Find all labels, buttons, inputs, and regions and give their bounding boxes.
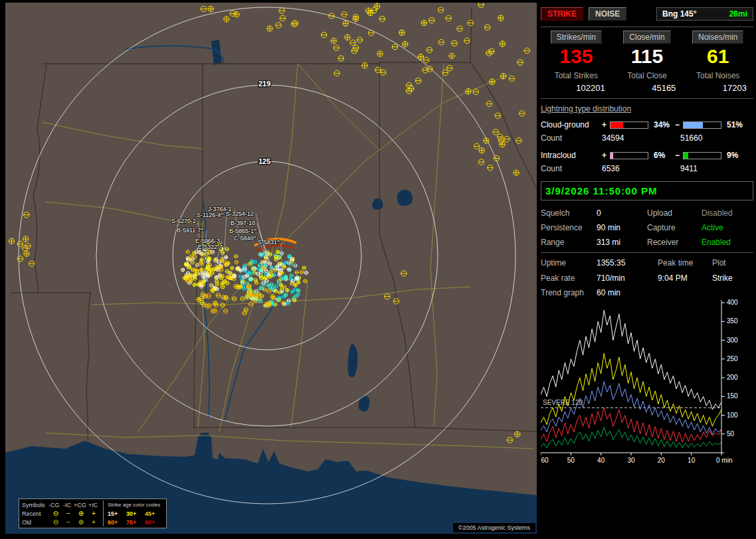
total-noises-label: Total Noises [682,71,753,80]
mode-toolbar: STRIKE NOISE Bng 145° 26mi [541,7,753,21]
svg-text:E-5322-7: E-5322-7 [198,244,223,250]
minus-sign: − [675,120,683,129]
control-panel: STRIKE NOISE Bng 145° 26mi Strikes/min C… [541,7,753,470]
close-per-min-value: 115 [612,44,683,68]
copyright-text: ©2005 Astrogenic Systems [453,523,535,532]
trend-window-value: 60 min [597,288,753,297]
svg-text:B-397-10: B-397-10 [231,220,255,226]
plus-sign: + [602,120,610,129]
ic-positive-percent: 6% [651,151,675,160]
svg-text:219: 219 [258,80,270,88]
close-per-min-header[interactable]: Close/min [623,31,670,44]
range-label: Range [541,238,597,247]
svg-text:0 min: 0 min [716,457,732,464]
old-ic-pos-icon: + [88,518,99,526]
legend-type-ic-neg: -IC [63,502,74,508]
persistence-value: 90 min [597,223,647,232]
age-45: 45+ [145,510,163,517]
state-borders [11,8,537,441]
old-cg-pos-icon: ⊕ [74,518,88,526]
recent-ic-pos-icon: + [88,510,99,517]
upload-label: Upload [647,208,702,218]
persistence-label: Persistence [541,223,597,232]
strikes-per-min-header[interactable]: Strikes/min [551,31,602,44]
cg-positive-count: 34594 [602,133,680,143]
age-90: 90+ [145,519,163,526]
svg-text:100: 100 [727,412,738,419]
svg-text:300: 300 [727,337,738,344]
trend-graph-label: Trend graph [541,288,597,297]
cg-negative-bar [683,121,721,129]
svg-text:10: 10 [688,457,696,464]
svg-text:250: 250 [727,355,738,362]
divider [541,98,753,99]
svg-text:S-3254-12: S-3254-12 [226,210,254,217]
cloud-ground-row: Cloud-ground + 34% − 51% [541,120,753,129]
legend-row-recent-label: Recent [22,510,48,517]
uptime-label: Uptime [541,258,597,268]
squelch-value: 0 [597,208,647,218]
svg-text:30: 30 [627,457,635,464]
plot-mode-value: Strike [712,273,753,283]
datetime-display: 3/9/2026 11:50:00 PM [541,181,753,200]
total-close-value: 45165 [612,83,683,93]
peak-time-value: 9:04 PM [658,273,712,283]
legend-row-old-label: Old [22,519,48,526]
strike-mode-button[interactable]: STRIKE [541,7,583,21]
legend-age-header: Strike age color codes [108,502,163,508]
svg-text:200: 200 [727,374,738,381]
trend-graph: SEVERE 120400350300250200150100506050403… [541,299,752,470]
ic-positive-bar [610,152,648,159]
peak-time-label: Peak time [658,258,712,268]
strike-symbols [9,3,537,443]
legend-symbols-header: Symbols [22,502,48,508]
ic-negative-bar [683,152,721,159]
svg-text:B-5865-1^: B-5865-1^ [229,228,257,234]
divider [541,252,753,253]
upload-value: Disabled [702,208,753,218]
svg-text:50: 50 [567,457,575,464]
session-info-table: Uptime 1355:35 Peak time Plot Peak rate … [541,258,753,283]
total-noises-value: 17203 [682,83,753,93]
plus-sign: + [602,151,610,160]
map-canvas: 125219 J-3764-1S-1126-4^S-3254-12S-6270-… [5,3,537,534]
noises-per-min-header[interactable]: Noises/min [692,31,743,44]
bearing-distance: 26mi [729,9,747,19]
age-60: 60+ [108,519,126,526]
peak-rate-value: 710/min [597,273,658,283]
ic-negative-percent: 9% [724,151,748,160]
bearing-display: Bng 145° 26mi [656,7,753,21]
svg-text:S-1126-4^: S-1126-4^ [197,212,224,218]
svg-text:60: 60 [541,457,549,464]
svg-text:150: 150 [727,392,738,400]
noise-mode-button[interactable]: NOISE [589,7,626,21]
receiver-label: Receiver [647,238,702,247]
ic-positive-count: 6536 [602,164,680,173]
radar-map[interactable]: 125219 J-3764-1S-1126-4^S-3254-12S-6270-… [5,3,537,534]
distribution-title: Lightning type distribution [541,104,753,114]
cloud-ground-label: Cloud-ground [541,120,602,129]
divider [541,27,753,27]
minus-sign: − [675,151,683,160]
age-15: 15+ [108,510,126,517]
svg-text:40: 40 [597,457,605,464]
cloud-ground-counts: Count 34594 51660 [541,133,753,143]
old-cg-neg-icon: ⊖ [48,518,63,526]
total-values: 102201 45165 17203 [541,83,753,93]
recent-cg-pos-icon: ⊕ [74,510,88,517]
peak-rate-label: Peak rate [541,273,597,283]
legend-symbols-table: Symbols -CG -IC +CG +IC Recent ⊖ − ⊕ + O… [22,501,104,526]
uptime-value: 1355:35 [597,258,658,268]
svg-text:S-6270-2: S-6270-2 [171,218,196,224]
noises-per-min-value: 61 [682,44,753,68]
capture-value: Active [702,223,753,232]
old-ic-neg-icon: − [63,518,74,526]
total-close-label: Total Close [612,71,683,80]
map-legend: Symbols -CG -IC +CG +IC Recent ⊖ − ⊕ + O… [19,499,167,528]
svg-text:350: 350 [727,317,738,325]
receiver-status-table: Squelch 0 Upload Disabled Persistence 90… [541,208,753,247]
svg-text:B-5911-7^: B-5911-7^ [177,227,204,234]
range-value: 313 mi [597,238,647,247]
total-strikes-value: 102201 [541,83,612,93]
ic-negative-count: 9411 [680,164,753,173]
